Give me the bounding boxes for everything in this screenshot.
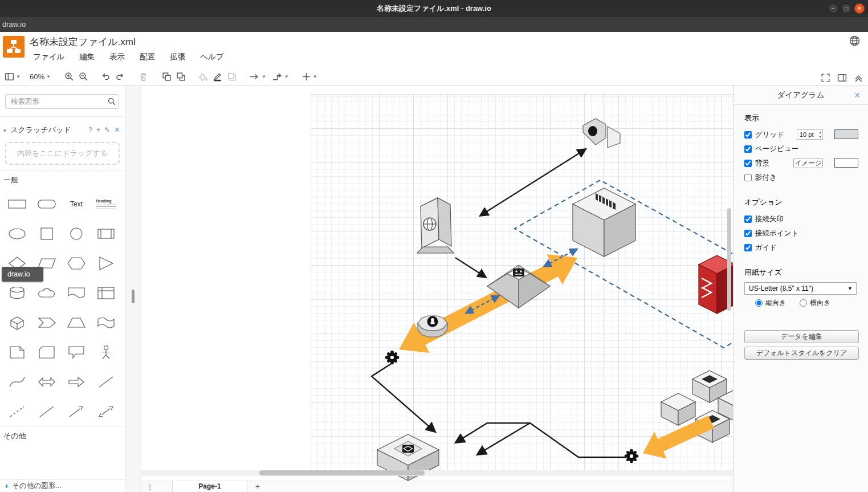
- zoom-dropdown[interactable]: 60% ▼: [30, 70, 51, 84]
- search-icon[interactable]: [108, 97, 116, 108]
- shape-trapezoid[interactable]: [62, 308, 91, 338]
- edit-data-button[interactable]: データを編集: [744, 330, 859, 343]
- shape-card[interactable]: [32, 338, 62, 367]
- help-icon[interactable]: ?: [88, 121, 92, 139]
- view-style-button[interactable]: ▼: [5, 70, 21, 84]
- connection-style-button[interactable]: ▼: [249, 70, 266, 84]
- shape-bidirectional-line[interactable]: [91, 397, 121, 426]
- shape-triangle[interactable]: [91, 249, 121, 278]
- shape-rectangle[interactable]: [2, 189, 32, 219]
- shape-curve[interactable]: [2, 367, 32, 397]
- background-color-swatch[interactable]: [834, 158, 858, 168]
- iso-building-node[interactable]: [573, 188, 635, 257]
- edge-monitor-pyramid[interactable]: [455, 258, 486, 277]
- zoom-out-button[interactable]: [79, 70, 88, 84]
- scratchpad-header[interactable]: ▾ スクラッチパッド ? + ✎ ✕: [0, 121, 125, 139]
- splitter-handle-icon[interactable]: [132, 290, 135, 303]
- landscape-radio[interactable]: [800, 299, 807, 307]
- global-menubar-label[interactable]: draw.io: [2, 20, 26, 29]
- canvas-horizontal-scrollbar[interactable]: [141, 470, 733, 476]
- shape-internal-storage[interactable]: [91, 278, 121, 308]
- fill-color-button[interactable]: [198, 70, 208, 84]
- section-general[interactable]: 一般: [0, 171, 125, 189]
- shape-cylinder[interactable]: [2, 278, 32, 308]
- shape-rounded-rectangle[interactable]: [32, 189, 62, 219]
- shape-heading[interactable]: Heading: [91, 189, 121, 219]
- paper-size-select[interactable]: US-Letter (8,5" x 11") ▼: [744, 282, 857, 295]
- connection-points-checkbox[interactable]: [744, 230, 752, 237]
- shape-ellipse[interactable]: [2, 219, 32, 249]
- gear-icon-2[interactable]: [625, 449, 639, 463]
- menu-view[interactable]: 表示: [109, 52, 125, 62]
- diagram-canvas[interactable]: [141, 86, 733, 481]
- shape-note[interactable]: [2, 338, 32, 367]
- shape-arrow[interactable]: [62, 367, 91, 397]
- shape-tape[interactable]: [91, 308, 121, 338]
- sidebar-splitter[interactable]: [125, 86, 141, 492]
- portrait-radio[interactable]: [755, 299, 763, 307]
- menu-edit[interactable]: 編集: [79, 52, 95, 62]
- shape-cube[interactable]: [2, 308, 32, 338]
- waypoint-style-button[interactable]: ▼: [272, 70, 289, 84]
- canvas-vertical-scrollbar[interactable]: [727, 208, 731, 311]
- shape-bidirectional-arrow[interactable]: [32, 367, 62, 397]
- shape-arrow-line[interactable]: [62, 397, 91, 426]
- close-button[interactable]: ✕: [854, 3, 865, 14]
- insert-button[interactable]: ▼: [301, 70, 317, 84]
- shape-actor[interactable]: [91, 338, 121, 367]
- shape-line-diagonal[interactable]: [91, 367, 121, 397]
- language-globe-icon[interactable]: [849, 35, 860, 48]
- zoom-in-button[interactable]: [64, 70, 74, 84]
- shadow-checkbox[interactable]: [744, 174, 752, 181]
- close-icon[interactable]: ✕: [114, 121, 120, 139]
- iso-monitor-node[interactable]: [417, 198, 454, 253]
- search-input[interactable]: [5, 94, 119, 109]
- maximize-button[interactable]: □: [841, 3, 851, 14]
- menu-arrange[interactable]: 配置: [140, 52, 155, 62]
- page-view-checkbox[interactable]: [744, 145, 752, 153]
- menu-extras[interactable]: 拡張: [170, 52, 185, 62]
- grid-checkbox[interactable]: [744, 131, 752, 139]
- shadow-button[interactable]: [227, 70, 237, 84]
- shape-circle[interactable]: [62, 219, 91, 249]
- more-shapes-button[interactable]: + その他の図形...: [0, 479, 125, 492]
- redo-button[interactable]: [115, 70, 125, 84]
- add-page-button[interactable]: +: [247, 481, 268, 492]
- stepper-icon[interactable]: ▲▼: [819, 130, 822, 139]
- scratchpad-dropzone[interactable]: 内容をここにドラッグする: [5, 142, 120, 165]
- format-panel-toggle-button[interactable]: [837, 71, 847, 84]
- orange-flow-arrow[interactable]: [399, 254, 577, 353]
- edge-gear1-cube[interactable]: [372, 363, 435, 432]
- shape-square[interactable]: [32, 219, 62, 249]
- undo-button[interactable]: [101, 70, 111, 84]
- shape-callout[interactable]: [62, 338, 91, 367]
- global-menubar[interactable]: draw.io: [0, 17, 868, 32]
- image-button[interactable]: イメージ: [793, 158, 823, 168]
- line-color-button[interactable]: [213, 70, 222, 84]
- edge-top[interactable]: [480, 149, 585, 215]
- delete-button[interactable]: [138, 70, 148, 84]
- iso-octagon-node[interactable]: [418, 316, 447, 337]
- collapse-toolbar-button[interactable]: [854, 71, 863, 84]
- shape-line[interactable]: [32, 397, 62, 426]
- shape-document[interactable]: [62, 278, 91, 308]
- minimize-button[interactable]: −: [828, 3, 838, 14]
- shape-step[interactable]: [32, 308, 62, 338]
- pages-menu-button[interactable]: ⋮: [141, 481, 158, 492]
- menu-file[interactable]: ファイル: [33, 52, 64, 62]
- edit-icon[interactable]: ✎: [104, 121, 110, 139]
- to-back-button[interactable]: [176, 70, 186, 84]
- clear-default-style-button[interactable]: デフォルトスタイルをクリア: [744, 347, 859, 360]
- shape-text[interactable]: Text: [62, 189, 91, 219]
- page-tab[interactable]: Page-1: [172, 481, 247, 492]
- iso-node-top[interactable]: [583, 119, 620, 148]
- shape-process[interactable]: [91, 219, 121, 249]
- connection-arrows-checkbox[interactable]: [744, 215, 752, 223]
- shape-dashed-line[interactable]: [2, 397, 32, 426]
- background-checkbox[interactable]: [744, 160, 752, 167]
- edge-branch[interactable]: [478, 423, 530, 454]
- close-icon[interactable]: ✕: [854, 86, 861, 105]
- section-misc[interactable]: その他: [0, 427, 125, 445]
- horizontal-scroll-thumb[interactable]: [259, 470, 425, 475]
- fullscreen-button[interactable]: [821, 71, 830, 84]
